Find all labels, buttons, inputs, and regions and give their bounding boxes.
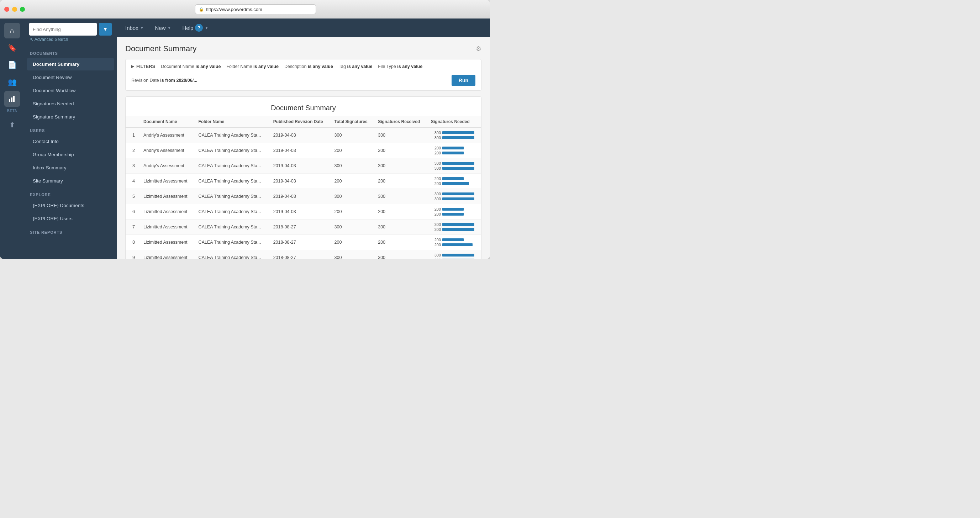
row-folder-name: CALEA Training Academy Sta... bbox=[194, 143, 269, 158]
svg-rect-2 bbox=[13, 96, 14, 102]
sidebar-item-explore-documents[interactable]: {EXPLORE} Documents bbox=[27, 199, 114, 212]
minimize-button[interactable] bbox=[12, 7, 17, 12]
row-total: 300 bbox=[330, 158, 374, 173]
beta-label: BETA bbox=[7, 109, 17, 113]
row-date: 2018-08-27 bbox=[269, 219, 330, 235]
help-label: Help bbox=[183, 25, 194, 31]
filters-caret-icon: ▶ bbox=[131, 64, 134, 68]
row-number: 7 bbox=[126, 219, 139, 235]
row-number: 4 bbox=[126, 173, 139, 189]
sidebar-item-document-workflow[interactable]: Document Workflow bbox=[27, 84, 114, 97]
row-document-name: Andriy's Assessment bbox=[139, 127, 194, 143]
explore-section-label: EXPLORE bbox=[24, 187, 117, 199]
filter-folder-name: Folder Name is any value bbox=[226, 64, 278, 69]
home-icon[interactable]: ⌂ bbox=[4, 23, 20, 38]
url-text: https://www.powerdms.com bbox=[206, 7, 262, 12]
search-input[interactable] bbox=[29, 23, 97, 36]
filter-tag: Tag is any value bbox=[339, 64, 372, 69]
table-row: 1 Andriy's Assessment CALEA Training Aca… bbox=[126, 127, 481, 143]
row-number: 9 bbox=[126, 250, 139, 259]
table-row: 7 Lizimitted Assessment CALEA Training A… bbox=[126, 219, 481, 235]
run-button[interactable]: Run bbox=[452, 75, 476, 86]
content-area: Document Summary ⚙ ▶ FILTERS Document Na… bbox=[117, 37, 490, 259]
row-number: 8 bbox=[126, 235, 139, 250]
help-caret-icon: ▼ bbox=[205, 26, 208, 30]
row-received: 200 bbox=[374, 143, 427, 158]
row-folder-name: CALEA Training Academy Sta... bbox=[194, 250, 269, 259]
sidebar-item-inbox-summary[interactable]: Inbox Summary bbox=[27, 162, 114, 174]
row-received: 200 bbox=[374, 173, 427, 189]
row-date: 2018-08-27 bbox=[269, 250, 330, 259]
row-folder-name: CALEA Training Academy Sta... bbox=[194, 189, 269, 204]
report-title: Document Summary bbox=[126, 97, 481, 116]
close-button[interactable] bbox=[4, 7, 9, 12]
sidebar-item-document-summary[interactable]: Document Summary bbox=[27, 58, 114, 70]
documents-section-label: DOCUMENTS bbox=[24, 46, 117, 58]
row-received: 300 bbox=[374, 189, 427, 204]
filter-file-type: File Type is any value bbox=[378, 64, 422, 69]
filters-toggle[interactable]: ▶ FILTERS bbox=[131, 64, 155, 69]
row-needed: 200 200 bbox=[427, 204, 481, 219]
row-total: 200 bbox=[330, 173, 374, 189]
sidebar-item-site-summary[interactable]: Site Summary bbox=[27, 175, 114, 187]
window: 🔒 https://www.powerdms.com ⌂ 🔖 📄 👥 BETA … bbox=[0, 0, 490, 259]
row-folder-name: CALEA Training Academy Sta... bbox=[194, 219, 269, 235]
sidebar-item-contact-info[interactable]: Contact Info bbox=[27, 135, 114, 148]
row-total: 200 bbox=[330, 204, 374, 219]
inbox-label: Inbox bbox=[125, 25, 138, 31]
upload-icon[interactable]: ⬆ bbox=[4, 117, 20, 133]
chart-icon[interactable] bbox=[4, 91, 20, 107]
row-received: 300 bbox=[374, 219, 427, 235]
main-content: Inbox ▼ New ▼ Help ? ▼ Document Summary bbox=[117, 19, 490, 259]
sidebar-item-signatures-needed[interactable]: Signatures Needed bbox=[27, 97, 114, 110]
report-card: Document Summary Document Name Folder Na… bbox=[125, 97, 482, 259]
filter-description: Description is any value bbox=[284, 64, 333, 69]
report-table: Document Name Folder Name Published Revi… bbox=[126, 116, 481, 259]
title-bar: 🔒 https://www.powerdms.com bbox=[0, 0, 490, 19]
sidebar-item-document-review[interactable]: Document Review bbox=[27, 71, 114, 84]
col-num bbox=[126, 116, 139, 127]
row-received: 200 bbox=[374, 204, 427, 219]
row-needed: 300 300 bbox=[427, 127, 481, 143]
row-received: 200 bbox=[374, 235, 427, 250]
row-needed: 300 300 bbox=[427, 189, 481, 204]
sidebar-item-explore-users[interactable]: {EXPLORE} Users bbox=[27, 212, 114, 225]
document-icon[interactable]: 📄 bbox=[4, 57, 20, 73]
help-nav-item[interactable]: Help ? ▼ bbox=[181, 21, 210, 35]
row-total: 300 bbox=[330, 127, 374, 143]
sidebar-item-signature-summary[interactable]: Signature Summary bbox=[27, 111, 114, 123]
row-total: 200 bbox=[330, 143, 374, 158]
col-signatures-needed: Signatures Needed bbox=[427, 116, 481, 127]
row-needed: 300 300 bbox=[427, 219, 481, 235]
table-header-row: Document Name Folder Name Published Revi… bbox=[126, 116, 481, 127]
row-document-name: Lizimitted Assessment bbox=[139, 219, 194, 235]
page-title: Document Summary bbox=[125, 44, 197, 53]
new-nav-item[interactable]: New ▼ bbox=[154, 22, 173, 34]
inbox-nav-item[interactable]: Inbox ▼ bbox=[124, 22, 145, 34]
row-document-name: Lizimitted Assessment bbox=[139, 250, 194, 259]
address-bar[interactable]: 🔒 https://www.powerdms.com bbox=[195, 4, 316, 14]
app-body: ⌂ 🔖 📄 👥 BETA ⬆ ▼ Advanced bbox=[0, 19, 490, 259]
filter-revision-date: Revision Date is from 2020/06/... bbox=[131, 78, 197, 83]
bookmark-icon[interactable]: 🔖 bbox=[4, 40, 20, 56]
row-date: 2019-04-03 bbox=[269, 143, 330, 158]
sidebar-item-group-membership[interactable]: Group Membership bbox=[27, 148, 114, 161]
row-date: 2019-04-03 bbox=[269, 127, 330, 143]
row-number: 6 bbox=[126, 204, 139, 219]
table-row: 4 Lizimitted Assessment CALEA Training A… bbox=[126, 173, 481, 189]
users-icon[interactable]: 👥 bbox=[4, 74, 20, 90]
table-row: 8 Lizimitted Assessment CALEA Training A… bbox=[126, 235, 481, 250]
row-number: 2 bbox=[126, 143, 139, 158]
row-total: 300 bbox=[330, 189, 374, 204]
icon-rail: ⌂ 🔖 📄 👥 BETA ⬆ bbox=[0, 19, 24, 259]
settings-gear-button[interactable]: ⚙ bbox=[476, 45, 482, 52]
traffic-lights bbox=[4, 7, 25, 12]
row-total: 200 bbox=[330, 235, 374, 250]
row-date: 2019-04-03 bbox=[269, 173, 330, 189]
row-folder-name: CALEA Training Academy Sta... bbox=[194, 158, 269, 173]
row-document-name: Lizimitted Assessment bbox=[139, 204, 194, 219]
maximize-button[interactable] bbox=[20, 7, 25, 12]
advanced-search-link[interactable]: Advanced Search bbox=[29, 36, 112, 42]
search-dropdown-button[interactable]: ▼ bbox=[99, 23, 112, 36]
row-folder-name: CALEA Training Academy Sta... bbox=[194, 127, 269, 143]
